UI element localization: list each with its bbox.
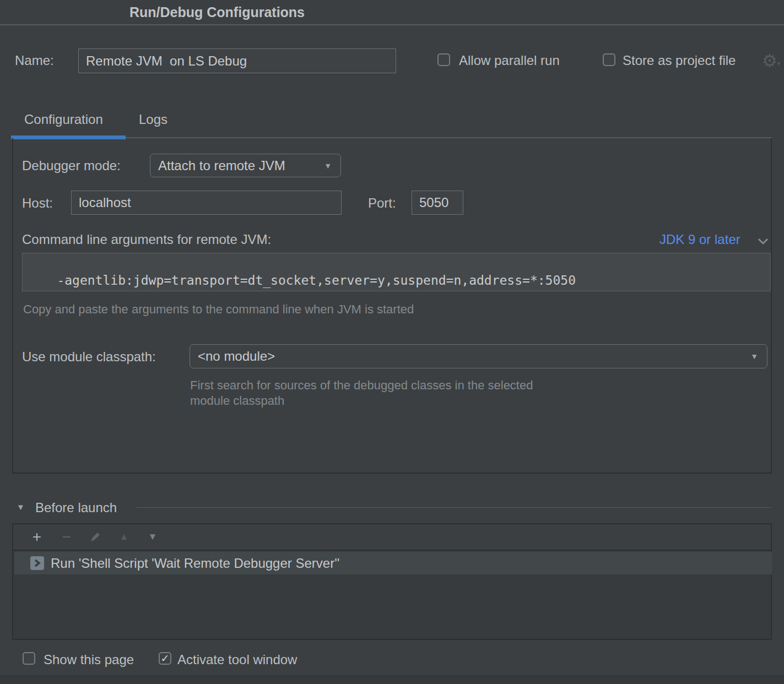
store-as-project-file-checkbox[interactable] xyxy=(603,53,615,66)
name-label: Name: xyxy=(15,53,54,68)
cmd-args-label: Command line arguments for remote JVM: xyxy=(22,232,271,247)
tab-configuration[interactable]: Configuration xyxy=(24,112,103,127)
chevron-down-icon: ▼ xyxy=(324,161,332,170)
run-debug-configurations-dialog: Run/Debug Configurations Name: Remote JV… xyxy=(0,0,784,684)
before-launch-task-label: Run 'Shell Script 'Wait Remote Debugger … xyxy=(51,556,339,571)
dialog-title-bar: Run/Debug Configurations xyxy=(0,0,784,25)
store-as-project-file-label: Store as project file xyxy=(623,53,736,68)
host-input[interactable]: localhost xyxy=(71,191,342,215)
remove-icon[interactable]: − xyxy=(57,524,76,550)
debugger-mode-label: Debugger mode: xyxy=(22,158,121,173)
cmd-args-field[interactable]: -agentlib:jdwp=transport=dt_socket,serve… xyxy=(22,253,771,291)
dialog-title: Run/Debug Configurations xyxy=(129,4,305,20)
before-launch-toolbar: + − ▲ ▼ xyxy=(13,524,771,551)
activate-tool-window-label: Activate tool window xyxy=(177,652,297,667)
host-input-value: localhost xyxy=(79,195,131,210)
shell-script-run-icon xyxy=(30,556,44,570)
activate-tool-window-checkbox[interactable]: ✓ xyxy=(159,652,171,665)
move-down-icon[interactable]: ▼ xyxy=(143,524,162,550)
dialog-bottom-edge xyxy=(0,676,784,684)
module-help-line1: First search for sources of the debugged… xyxy=(190,378,533,393)
allow-parallel-run-checkbox[interactable] xyxy=(437,53,450,66)
module-classpath-value: <no module> xyxy=(198,349,275,364)
edit-pencil-icon[interactable] xyxy=(86,524,105,550)
jdk-version-link[interactable]: JDK 9 or later xyxy=(659,232,740,247)
tab-logs[interactable]: Logs xyxy=(139,112,167,127)
before-launch-task-row[interactable]: Run 'Shell Script 'Wait Remote Debugger … xyxy=(14,552,772,574)
module-help-line2: module classpath xyxy=(190,394,284,408)
port-label: Port: xyxy=(368,196,396,211)
module-classpath-select[interactable]: <no module> ▼ xyxy=(190,344,767,368)
port-input[interactable]: 5050 xyxy=(412,191,463,215)
cmd-args-value: -agentlib:jdwp=transport=dt_socket,serve… xyxy=(57,273,576,287)
name-input[interactable]: Remote JVM on LS Debug xyxy=(78,48,396,73)
debugger-mode-value: Attach to remote JVM xyxy=(158,158,285,173)
cmd-args-help-text: Copy and paste the arguments to the comm… xyxy=(23,302,414,317)
name-input-value: Remote JVM on LS Debug xyxy=(86,53,247,69)
before-launch-title: Before launch xyxy=(35,500,117,515)
show-this-page-label: Show this page xyxy=(44,652,134,667)
chevron-down-icon[interactable] xyxy=(757,237,769,246)
port-input-value: 5050 xyxy=(419,195,448,210)
move-up-icon[interactable]: ▲ xyxy=(115,524,133,550)
before-launch-separator xyxy=(137,507,771,508)
host-label: Host: xyxy=(22,196,53,211)
module-classpath-label: Use module classpath: xyxy=(22,349,156,365)
chevron-down-icon: ▼ xyxy=(750,352,758,361)
show-this-page-checkbox[interactable] xyxy=(23,652,35,665)
before-launch-panel: + − ▲ ▼ Run 'Shell Script 'Wait Remote D… xyxy=(12,523,772,640)
add-icon[interactable]: + xyxy=(28,524,46,550)
before-launch-collapse-icon[interactable]: ▼ xyxy=(17,502,25,512)
gear-dropdown-arrow-icon: ▾ xyxy=(777,54,780,73)
gear-icon[interactable]: ⚙▾ xyxy=(760,52,779,70)
checkmark-icon: ✓ xyxy=(161,652,170,665)
debugger-mode-select[interactable]: Attach to remote JVM ▼ xyxy=(150,154,341,177)
allow-parallel-run-label: Allow parallel run xyxy=(459,53,560,68)
